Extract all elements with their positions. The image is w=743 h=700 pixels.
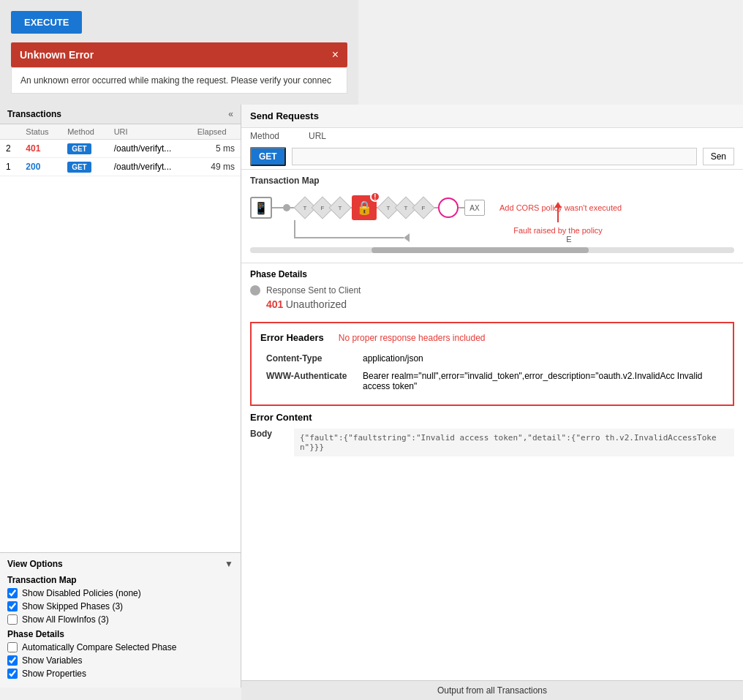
phase-dot — [250, 285, 260, 296]
row-num: 2 — [0, 140, 20, 158]
pink-circle — [438, 197, 459, 218]
show-variables-checkbox[interactable] — [7, 655, 18, 666]
show-disabled-label: Show Disabled Policies (none) — [22, 588, 141, 598]
auto-compare-checkbox[interactable] — [7, 642, 18, 652]
content-type-label: Content-Type — [262, 350, 357, 366]
send-requests-header: Send Requests — [241, 105, 743, 128]
row-status: 200 — [20, 158, 61, 176]
transactions-title: Transactions — [7, 109, 61, 119]
no-headers-warning: No proper response headers included — [339, 333, 486, 343]
show-flowinfos-label: Show All FlowInfos (3) — [22, 614, 109, 625]
show-variables-row: Show Variables — [7, 655, 233, 666]
gray-dot-1 — [283, 204, 290, 211]
error-message: An unknown error occurred while making t… — [11, 67, 347, 94]
show-skipped-row: Show Skipped Phases (3) — [7, 601, 233, 611]
e-label: E — [404, 235, 734, 244]
flow-line-6 — [459, 207, 464, 208]
phase-name: Response Sent to Client — [250, 285, 734, 296]
col-method: Method — [61, 124, 108, 140]
top-area: EXECUTE Unknown Error × An unknown error… — [0, 0, 358, 105]
auto-compare-row: Automatically Compare Selected Phase — [7, 642, 233, 652]
row-method: GET — [61, 158, 108, 176]
fault-arrowhead-up — [554, 202, 562, 208]
row-num: 1 — [0, 158, 20, 176]
diamond-f2: F — [412, 196, 434, 219]
phase-details-title: Phase Details — [250, 269, 734, 279]
view-options: View Options ▼ Transaction Map Show Disa… — [0, 552, 241, 688]
error-headers-title: Error Headers — [260, 332, 324, 343]
url-label: URL — [309, 131, 326, 141]
url-input-row: GET Sen — [241, 144, 743, 169]
scrollbar-area[interactable] — [250, 247, 734, 253]
table-row[interactable]: 1 200 GET /oauth/verifyt... 49 ms — [0, 158, 241, 176]
show-properties-checkbox[interactable] — [7, 669, 18, 679]
show-disabled-checkbox[interactable] — [7, 588, 18, 598]
show-disabled-row: Show Disabled Policies (none) — [7, 588, 233, 598]
www-auth-value: Bearer realm="null",error="invalid_token… — [358, 368, 723, 394]
body-value: {"fault":{"faultstring":"Invalid access … — [294, 429, 734, 456]
status-code: 401 — [266, 298, 283, 310]
view-options-collapse-icon[interactable]: ▼ — [225, 559, 233, 569]
row-elapsed: 5 ms — [192, 140, 241, 158]
method-url-labels: Method URL — [241, 128, 743, 144]
transaction-map-title: Transaction Map — [250, 176, 734, 186]
error-badge: ! — [370, 192, 380, 202]
show-variables-label: Show Variables — [22, 655, 83, 666]
row-status: 401 — [20, 140, 61, 158]
error-table: Content-Type application/json WWW-Authen… — [260, 349, 724, 396]
row-uri: /oauth/verifyt... — [108, 158, 192, 176]
error-header-row: Error Headers No proper response headers… — [260, 332, 724, 343]
show-flowinfos-checkbox[interactable] — [7, 614, 18, 625]
lock-icon: 🔒 ! — [352, 195, 377, 220]
execute-button[interactable]: EXECUTE — [11, 11, 82, 34]
left-panel: Transactions « Status Method URI Elapsed… — [0, 105, 241, 688]
col-elapsed: Elapsed — [192, 124, 241, 140]
close-icon[interactable]: × — [332, 48, 339, 61]
scrollbar-thumb[interactable] — [372, 247, 589, 253]
error-content-section: Error Content Body {"fault":{"faultstrin… — [241, 412, 743, 465]
diamond-t2: T — [328, 196, 351, 219]
content-type-row: Content-Type application/json — [262, 350, 723, 366]
phase-name-text: Response Sent to Client — [266, 285, 361, 296]
show-skipped-label: Show Skipped Phases (3) — [22, 601, 123, 611]
col-status: Status — [20, 124, 61, 140]
error-details-box: Error Headers No proper response headers… — [250, 322, 734, 406]
www-auth-label: WWW-Authenticate — [262, 368, 357, 394]
show-properties-label: Show Properties — [22, 669, 86, 679]
error-banner: Unknown Error × — [11, 42, 347, 67]
collapse-button[interactable]: « — [228, 109, 233, 119]
method-label: Method — [250, 131, 279, 141]
get-method-button[interactable]: GET — [250, 147, 286, 166]
return-path — [294, 220, 404, 238]
error-content-title: Error Content — [250, 412, 734, 423]
table-row[interactable]: 2 401 GET /oauth/verifyt... 5 ms — [0, 140, 241, 158]
output-text: Output from all Transactions — [437, 685, 547, 696]
diamond-group-1: T F T — [296, 200, 349, 216]
transactions-table: Status Method URI Elapsed 2 401 GET /oau… — [0, 124, 241, 176]
show-skipped-checkbox[interactable] — [7, 601, 18, 611]
fault-arrow-line — [557, 208, 559, 222]
main-layout: Transactions « Status Method URI Elapsed… — [0, 105, 743, 688]
right-panel: Send Requests Method URL GET Sen Transac… — [241, 105, 743, 688]
fault-text: Fault raised by the policy — [513, 226, 603, 235]
status-text: Unauthorized — [286, 298, 347, 310]
send-button[interactable]: Sen — [703, 148, 734, 165]
col-uri: URI — [108, 124, 192, 140]
phase-status: 401 Unauthorized — [250, 296, 734, 310]
auto-compare-label: Automatically Compare Selected Phase — [22, 642, 176, 652]
transaction-map-section-label: Transaction Map — [7, 575, 233, 585]
content-type-value: application/json — [358, 350, 723, 366]
body-label: Body — [250, 429, 287, 456]
transactions-header: Transactions « — [0, 105, 241, 124]
phase-details-section: Phase Details Response Sent to Client 40… — [241, 263, 743, 316]
return-arrow-head — [404, 233, 410, 242]
phase-details-section-label: Phase Details — [7, 629, 233, 639]
ax-box: AX — [464, 200, 485, 216]
body-row: Body {"fault":{"faultstring":"Invalid ac… — [250, 429, 734, 456]
show-properties-row: Show Properties — [7, 669, 233, 679]
col-num — [0, 124, 20, 140]
url-input[interactable] — [292, 148, 697, 165]
output-bar: Output from all Transactions — [241, 680, 743, 700]
row-uri: /oauth/verifyt... — [108, 140, 192, 158]
show-flowinfos-row: Show All FlowInfos (3) — [7, 614, 233, 625]
